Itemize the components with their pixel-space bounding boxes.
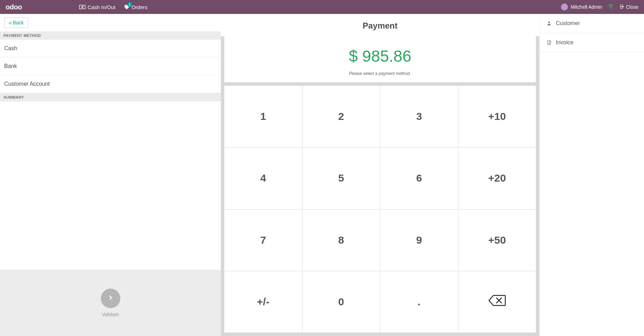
svg-point-1 (82, 6, 83, 8)
payment-method-header: PAYMENT METHOD (0, 31, 221, 40)
validate-area: Validate (0, 270, 221, 336)
numpad-wrap: 1 2 3 +10 4 5 6 +20 7 8 9 +50 +/- 0 . (221, 86, 539, 336)
orders-label: Orders (132, 4, 148, 10)
user-name: Mitchell Admin (571, 4, 602, 10)
key-backspace[interactable] (458, 271, 536, 333)
amount: $ 985.86 (224, 47, 536, 66)
key-3[interactable]: 3 (380, 86, 458, 147)
amount-hint: Please select a payment method. (224, 71, 536, 76)
key-0[interactable]: 0 (302, 271, 380, 333)
tag-icon: 1 (124, 4, 129, 10)
user-icon (547, 21, 552, 26)
topbar-right: Mitchell Admin Close (561, 3, 638, 10)
summary-header: SUMMARY (0, 93, 221, 101)
logo: odoo (6, 3, 22, 11)
key-dot[interactable]: . (380, 271, 458, 333)
back-button-wrap: « Back (0, 14, 221, 31)
payment-method-bank[interactable]: Bank (0, 58, 221, 75)
close-button[interactable]: Close (620, 4, 638, 10)
back-button[interactable]: « Back (4, 17, 28, 28)
main: « Back PAYMENT METHOD Cash Bank Customer… (0, 14, 644, 336)
center-panel: Payment $ 985.86 Please select a payment… (221, 14, 539, 336)
signout-icon (620, 4, 624, 10)
orders-button[interactable]: 1 Orders (124, 4, 148, 10)
left-panel: « Back PAYMENT METHOD Cash Bank Customer… (0, 14, 221, 336)
user-menu[interactable]: Mitchell Admin (561, 3, 602, 10)
key-8[interactable]: 8 (302, 209, 380, 271)
chevron-right-icon (107, 294, 114, 303)
key-plus-20[interactable]: +20 (458, 147, 536, 209)
close-label: Close (626, 4, 638, 10)
key-plus-50[interactable]: +50 (458, 209, 536, 271)
payment-method-cash[interactable]: Cash (0, 40, 221, 58)
key-1[interactable]: 1 (224, 86, 302, 147)
validate-button[interactable] (101, 289, 120, 308)
right-panel: Customer Invoice (539, 14, 644, 336)
svg-point-3 (611, 8, 611, 9)
key-2[interactable]: 2 (302, 86, 380, 147)
key-9[interactable]: 9 (380, 209, 458, 271)
backspace-icon (488, 294, 507, 309)
amount-box: $ 985.86 Please select a payment method. (224, 36, 536, 82)
topbar: odoo Cash In/Out 1 Orders Mitchell Admin (0, 0, 644, 14)
page-title: Payment (221, 14, 539, 36)
key-sign[interactable]: +/- (224, 271, 302, 333)
customer-button[interactable]: Customer (540, 14, 644, 33)
svg-rect-0 (80, 5, 85, 9)
amount-box-wrap: $ 985.86 Please select a payment method. (221, 36, 539, 86)
payment-method-customer-account[interactable]: Customer Account (0, 75, 221, 93)
file-icon (547, 40, 552, 45)
key-7[interactable]: 7 (224, 209, 302, 271)
key-6[interactable]: 6 (380, 147, 458, 209)
cash-in-out-button[interactable]: Cash In/Out (79, 4, 115, 10)
topbar-left: odoo Cash In/Out 1 Orders (6, 3, 148, 11)
cash-icon (79, 5, 85, 9)
validate-label: Validate (102, 312, 119, 317)
avatar (561, 3, 568, 10)
invoice-label: Invoice (556, 39, 574, 46)
key-plus-10[interactable]: +10 (458, 86, 536, 147)
key-4[interactable]: 4 (224, 147, 302, 209)
wifi-icon (608, 4, 614, 10)
key-5[interactable]: 5 (302, 147, 380, 209)
svg-point-4 (548, 22, 550, 23)
numpad: 1 2 3 +10 4 5 6 +20 7 8 9 +50 +/- 0 . (224, 86, 536, 333)
svg-point-2 (125, 6, 126, 6)
cash-in-out-label: Cash In/Out (88, 4, 115, 10)
customer-label: Customer (556, 20, 580, 26)
invoice-button[interactable]: Invoice (540, 33, 644, 52)
orders-badge: 1 (127, 2, 132, 7)
